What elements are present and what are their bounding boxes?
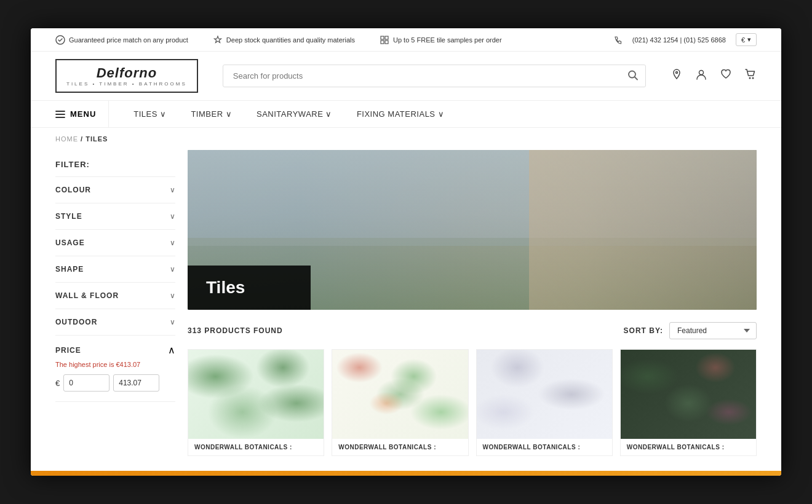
nav-fixing[interactable]: FIXING MATERIALS ∨ (344, 101, 456, 127)
grid-icon (380, 35, 389, 45)
sort-select[interactable]: Featured Price: Low to High Price: High … (669, 322, 757, 339)
product-info-3: WONDERWALL BOTANICALS : (621, 439, 756, 455)
contact-info: (021) 432 1254 | (01) 525 6868 € ▾ (614, 33, 757, 46)
header-icons (671, 68, 757, 84)
svg-rect-3 (381, 41, 384, 44)
nav-timber[interactable]: TIMBER ∨ (178, 101, 244, 127)
filter-shape-chevron: ∨ (170, 265, 175, 274)
filter-shape-label: SHAPE (55, 265, 84, 274)
nav-sanitaryware[interactable]: SANITARYWARE ∨ (244, 101, 344, 127)
product-info-0: WONDERWALL BOTANICALS : (188, 439, 324, 455)
currency-value: € (741, 36, 745, 44)
product-card-2[interactable]: WONDERWALL BOTANICALS : (476, 349, 613, 456)
filter-wall-floor[interactable]: WALL & FLOOR ∨ (55, 283, 175, 309)
nav-links: TILES ∨ TIMBER ∨ SANITARYWARE ∨ FIXING M… (121, 101, 456, 127)
product-name-2: WONDERWALL BOTANICALS : (483, 444, 606, 451)
svg-point-6 (676, 72, 678, 74)
location-icon[interactable] (671, 68, 683, 84)
products-count: 313 PRODUCTS FOUND (188, 326, 283, 335)
product-name-3: WONDERWALL BOTANICALS : (627, 444, 750, 451)
svg-point-8 (749, 77, 751, 79)
contact-numbers: (021) 432 1254 | (01) 525 6868 (632, 36, 726, 44)
filter-outdoor-chevron: ∨ (170, 318, 175, 326)
nav-timber-label: TIMBER (191, 109, 223, 119)
product-image-0 (188, 350, 324, 439)
nav-tiles[interactable]: TILES ∨ (121, 101, 178, 127)
sidebar: FILTER: COLOUR ∨ STYLE ∨ USAGE ∨ SHAPE ∨… (55, 150, 175, 456)
breadcrumb-separator: / (81, 135, 86, 143)
sort-by: SORT BY: Featured Price: Low to High Pri… (624, 322, 757, 339)
product-name-0: WONDERWALL BOTANICALS : (194, 444, 317, 451)
filter-style-chevron: ∨ (170, 212, 175, 221)
nav-fixing-label: FIXING MATERIALS (357, 109, 436, 119)
filter-shape[interactable]: SHAPE ∨ (55, 256, 175, 283)
filter-header: FILTER: (55, 150, 175, 177)
feature-list: Guaranteed price match on any product De… (55, 35, 502, 45)
hero-label: Tiles (188, 266, 311, 310)
filter-outdoor[interactable]: OUTDOOR ∨ (55, 309, 175, 336)
search-button[interactable] (627, 69, 639, 82)
breadcrumb-current: TILES (86, 135, 108, 143)
site-logo[interactable]: Delforno TILES • TIMBER • BATHROOMS (55, 59, 198, 93)
product-name-1: WONDERWALL BOTANICALS : (338, 444, 461, 451)
menu-button[interactable]: MENU (55, 101, 109, 127)
product-card-0[interactable]: WONDERWALL BOTANICALS : (188, 349, 324, 456)
product-info-2: WONDERWALL BOTANICALS : (477, 439, 612, 455)
search-input[interactable] (223, 65, 646, 87)
product-image-3 (621, 350, 756, 439)
filter-colour-chevron: ∨ (170, 186, 175, 194)
checkmark-icon (55, 35, 65, 45)
breadcrumb-home[interactable]: HOME (55, 135, 78, 143)
feature-stock: Deep stock quantities and quality materi… (213, 35, 355, 45)
svg-rect-2 (385, 36, 388, 39)
wishlist-icon[interactable] (720, 68, 732, 84)
hero-image: Tiles (188, 150, 757, 310)
svg-rect-1 (381, 36, 384, 39)
phone-icon (614, 36, 623, 44)
feature-price-match: Guaranteed price match on any product (55, 35, 188, 45)
filter-usage-label: USAGE (55, 238, 85, 247)
product-card-3[interactable]: WONDERWALL BOTANICALS : (620, 349, 757, 456)
filter-outdoor-label: OUTDOOR (55, 318, 97, 326)
svg-rect-4 (385, 41, 388, 44)
product-card-1[interactable]: WONDERWALL BOTANICALS : (332, 349, 468, 456)
nav-sanitaryware-label: SANITARYWARE (257, 109, 323, 119)
user-icon[interactable] (695, 68, 707, 84)
currency-chevron: ▾ (747, 36, 751, 44)
nav-tiles-label: TILES (133, 109, 157, 119)
feature-price-match-text: Guaranteed price match on any product (69, 36, 188, 44)
filter-wall-floor-label: WALL & FLOOR (55, 291, 119, 300)
cart-icon[interactable] (744, 68, 757, 84)
nav-tiles-chevron: ∨ (160, 109, 167, 119)
product-info-1: WONDERWALL BOTANICALS : (332, 439, 468, 455)
filter-colour-label: COLOUR (55, 186, 91, 194)
price-inputs: € (55, 374, 175, 392)
products-grid: WONDERWALL BOTANICALS : WONDERWALL BOTAN… (188, 349, 757, 456)
nav-sanitaryware-chevron: ∨ (325, 109, 332, 119)
feature-samples-text: Up to 5 FREE tile samples per order (393, 36, 502, 44)
price-note: The highest price is €413.07 (55, 361, 175, 368)
nav-timber-chevron: ∨ (226, 109, 233, 119)
filter-colour[interactable]: COLOUR ∨ (55, 177, 175, 203)
browser-frame: Guaranteed price match on any product De… (31, 28, 781, 476)
main-content: FILTER: COLOUR ∨ STYLE ∨ USAGE ∨ SHAPE ∨… (31, 150, 781, 468)
svg-point-9 (752, 77, 754, 79)
price-section: PRICE ∧ The highest price is €413.07 € (55, 336, 175, 402)
product-image-2 (477, 350, 612, 439)
hamburger-icon (55, 110, 65, 119)
logo-name: Delforno (66, 65, 187, 81)
currency-selector[interactable]: € ▾ (736, 33, 757, 46)
filter-style[interactable]: STYLE ∨ (55, 203, 175, 230)
search-bar (223, 65, 646, 87)
price-filter-header[interactable]: PRICE ∧ (55, 336, 175, 361)
filter-usage[interactable]: USAGE ∨ (55, 230, 175, 256)
product-area: Tiles 313 PRODUCTS FOUND SORT BY: Featur… (188, 150, 757, 456)
menu-label: MENU (70, 109, 96, 119)
price-currency-symbol: € (55, 379, 60, 388)
announcement-bar: Guaranteed price match on any product De… (31, 28, 781, 52)
product-image-1 (332, 350, 468, 439)
search-icon (627, 69, 639, 81)
nav-fixing-chevron: ∨ (438, 109, 445, 119)
price-max-input[interactable] (113, 374, 159, 392)
price-min-input[interactable] (63, 374, 109, 392)
